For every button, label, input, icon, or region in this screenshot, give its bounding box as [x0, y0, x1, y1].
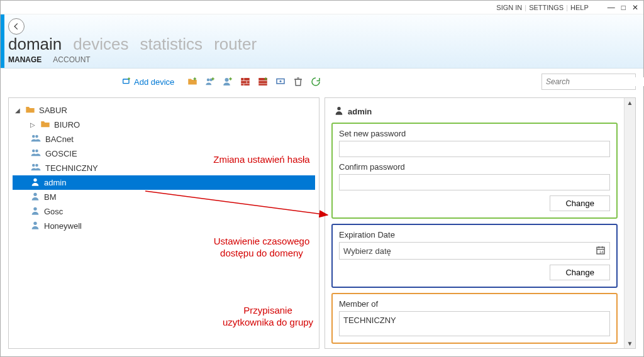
tree-item-goscie[interactable]: GOSCIE [13, 146, 315, 161]
help-link[interactable]: HELP [570, 4, 589, 11]
tree-item-admin[interactable]: admin [13, 175, 315, 190]
new-password-input[interactable] [339, 141, 610, 157]
tree-item-techniczny[interactable]: TECHNICZNY [13, 161, 315, 175]
tab-devices[interactable]: devices [73, 35, 128, 54]
tree-pane: ◢ SABUR ▷ BIURO BACnet [8, 97, 319, 349]
confirm-password-label: Confirm password [339, 162, 610, 172]
network-icon[interactable] [275, 76, 286, 87]
password-section: Set new password Confirm password Change [331, 123, 618, 219]
user-icon [30, 192, 40, 202]
svg-point-10 [35, 135, 38, 138]
search-input[interactable] [542, 77, 644, 86]
add-user-icon[interactable] [222, 76, 233, 87]
accent-edge [1, 14, 4, 68]
add-device-label: Add device [134, 77, 174, 87]
scroll-down-icon[interactable]: ▼ [626, 339, 635, 348]
close-button[interactable]: ✕ [632, 3, 638, 12]
calendar-icon[interactable]: 14 [596, 245, 606, 257]
folder-icon [25, 105, 35, 116]
caret-icon: ▷ [30, 121, 36, 128]
member-of-label: Member of [339, 299, 610, 309]
scrollbar[interactable]: ▲ ▼ [624, 98, 635, 348]
add-device-icon [121, 77, 131, 87]
svg-point-19 [337, 107, 340, 110]
new-folder-icon[interactable] [187, 76, 198, 87]
svg-rect-4 [242, 78, 250, 85]
set-password-label: Set new password [339, 129, 610, 138]
app-window: SIGN IN | SETTINGS | HELP — □ ✕ domain d… [0, 0, 644, 357]
tree: ◢ SABUR ▷ BIURO BACnet [13, 103, 315, 233]
subtab-account[interactable]: ACCOUNT [53, 55, 90, 64]
detail-header: admin [331, 103, 618, 123]
detail-pane: admin Set new password Confirm password … [325, 97, 636, 349]
add-device-button[interactable]: Add device [121, 77, 174, 87]
subtab-manage[interactable]: MANAGE [8, 55, 42, 64]
tree-item-label: BIURO [54, 120, 80, 129]
user-icon [30, 221, 40, 231]
back-button[interactable] [8, 18, 25, 35]
member-of-value: TECHNICZNY [343, 316, 396, 325]
folder-icon [40, 119, 50, 130]
group-icon [30, 163, 42, 173]
member-section: Member of TECHNICZNY [331, 293, 618, 344]
tab-router[interactable]: router [214, 35, 257, 54]
scroll-up-icon[interactable]: ▲ [626, 98, 635, 107]
tree-item-bacnet[interactable]: BACnet [13, 132, 315, 146]
detail-title: admin [348, 107, 372, 116]
expiration-section: Expiration Date Wybierz datę 14 Change [331, 224, 618, 288]
content-area: ◢ SABUR ▷ BIURO BACnet [1, 97, 643, 356]
tab-statistics[interactable]: statistics [140, 35, 203, 54]
tree-item-label: admin [44, 178, 66, 187]
titlebar-links: SIGN IN | SETTINGS | HELP [496, 4, 588, 11]
search-box[interactable] [541, 74, 636, 90]
maximize-button[interactable]: □ [621, 3, 626, 12]
tree-item-label: Honeywell [44, 221, 82, 231]
date-picker-text: Wybierz datę [343, 246, 596, 256]
tree-item-biuro[interactable]: ▷ BIURO [13, 118, 315, 132]
delete-icon[interactable] [292, 76, 304, 87]
group-icon [30, 148, 42, 159]
password-change-button[interactable]: Change [550, 195, 610, 211]
tree-item-label: Gosc [44, 207, 63, 216]
separator: | [525, 4, 526, 11]
confirm-password-input[interactable] [339, 174, 610, 190]
back-arrow-icon [12, 22, 21, 31]
tree-item-label: BACnet [45, 135, 74, 144]
window-controls: — □ ✕ [608, 3, 638, 12]
tree-item-gosc[interactable]: Gosc [13, 204, 315, 219]
expiration-change-button[interactable]: Change [550, 265, 610, 280]
tree-item-honeywell[interactable]: Honeywell [13, 219, 315, 233]
svg-point-7 [280, 80, 282, 82]
tree-root[interactable]: ◢ SABUR [13, 103, 315, 118]
titlebar: SIGN IN | SETTINGS | HELP — □ ✕ [1, 1, 643, 14]
svg-point-1 [207, 79, 210, 82]
header: domain devices statistics router MANAGE … [1, 14, 643, 69]
member-of-box[interactable]: TECHNICZNY [339, 311, 610, 336]
settings-link[interactable]: SETTINGS [529, 4, 564, 11]
caret-icon: ◢ [15, 107, 21, 114]
toolbar: Add device [1, 69, 643, 97]
signin-link[interactable]: SIGN IN [496, 4, 522, 11]
minimize-button[interactable]: — [608, 3, 615, 12]
refresh-icon[interactable] [310, 76, 321, 87]
firewall2-icon[interactable] [257, 76, 269, 87]
svg-rect-0 [123, 79, 129, 84]
svg-point-16 [33, 193, 36, 196]
tree-item-bm[interactable]: BM [13, 190, 315, 204]
user-icon [334, 106, 344, 118]
separator: | [566, 4, 568, 11]
tab-domain[interactable]: domain [8, 35, 62, 54]
group-icon [30, 134, 42, 145]
svg-point-3 [225, 78, 229, 82]
svg-point-15 [33, 178, 36, 182]
svg-point-18 [33, 222, 36, 225]
firewall-icon[interactable] [240, 76, 251, 87]
tree-item-label: TECHNICZNY [45, 163, 98, 173]
user-icon [30, 206, 40, 217]
detail-inner: admin Set new password Confirm password … [325, 98, 624, 348]
date-picker[interactable]: Wybierz datę 14 [339, 242, 610, 260]
svg-point-13 [32, 164, 35, 167]
tree-root-label: SABUR [39, 106, 67, 115]
add-group-icon[interactable] [204, 76, 216, 87]
svg-point-12 [35, 150, 38, 153]
